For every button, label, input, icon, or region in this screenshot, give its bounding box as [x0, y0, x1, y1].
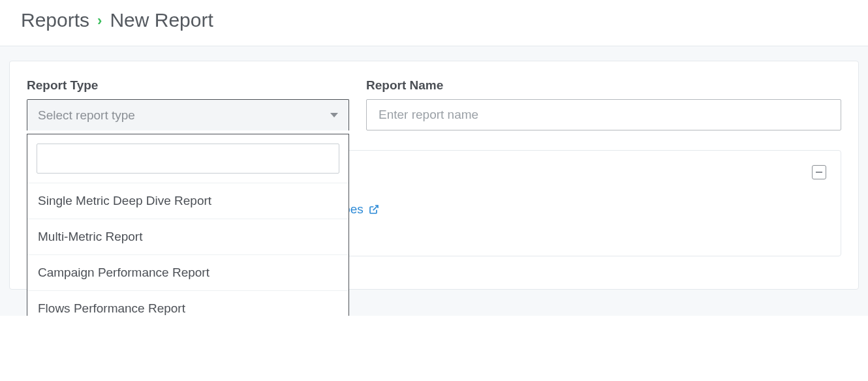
breadcrumb: Reports › New Report	[21, 9, 847, 31]
report-form-card: Report Type Select report type Single Me…	[9, 61, 859, 290]
dropdown-option[interactable]: Campaign Performance Report	[27, 254, 349, 290]
report-type-group: Report Type Select report type Single Me…	[27, 78, 349, 130]
dropdown-option[interactable]: Multi-Metric Report	[27, 219, 349, 254]
minus-icon	[816, 172, 822, 173]
report-name-group: Report Name	[366, 78, 841, 130]
report-type-label: Report Type	[27, 78, 349, 93]
collapse-button[interactable]	[812, 165, 826, 179]
dropdown-search-wrap	[27, 134, 349, 183]
svg-line-0	[373, 206, 377, 210]
breadcrumb-root[interactable]: Reports	[21, 9, 89, 31]
dropdown-option[interactable]: Single Metric Deep Dive Report	[27, 183, 349, 219]
content-area: Report Type Select report type Single Me…	[0, 46, 868, 316]
dropdown-search-input[interactable]	[37, 144, 339, 174]
chevron-right-icon: ›	[97, 12, 102, 29]
report-type-placeholder: Select report type	[38, 108, 135, 123]
report-name-input[interactable]	[366, 99, 841, 130]
report-type-dropdown: Single Metric Deep Dive Report Multi-Met…	[27, 134, 349, 316]
dropdown-option[interactable]: Flows Performance Report	[27, 290, 349, 316]
caret-down-icon	[330, 113, 338, 117]
report-name-label: Report Name	[366, 78, 841, 93]
report-type-select[interactable]: Select report type	[27, 99, 349, 130]
form-row: Report Type Select report type Single Me…	[27, 78, 841, 130]
breadcrumb-current: New Report	[110, 9, 213, 31]
external-link-icon	[369, 204, 379, 215]
page-header: Reports › New Report	[0, 0, 868, 46]
